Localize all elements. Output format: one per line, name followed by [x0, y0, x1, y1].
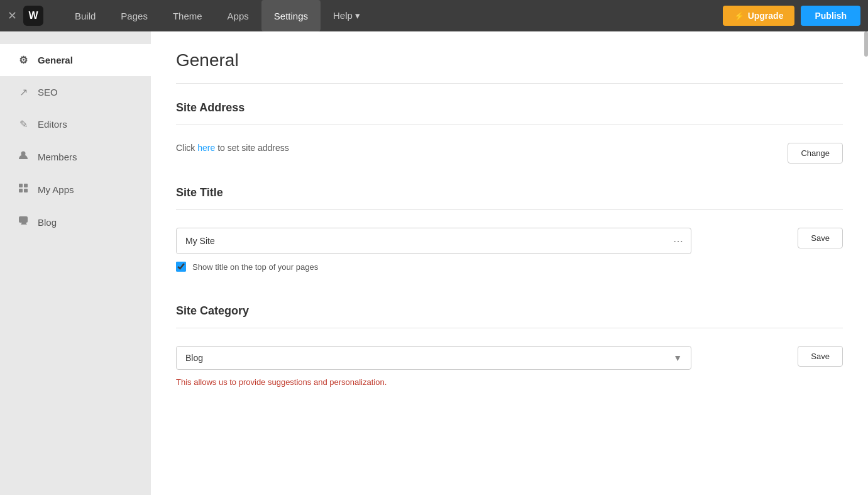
logo-letter: W: [28, 10, 38, 21]
gear-icon: ⚙: [18, 54, 29, 66]
main-layout: ⚙ General ↗ SEO ✎ Editors Members: [0, 31, 868, 495]
show-title-checkbox[interactable]: [176, 262, 186, 272]
person-icon: [18, 150, 29, 163]
svg-rect-4: [24, 189, 28, 192]
main-content: General Site Address Click here to set s…: [151, 31, 868, 495]
sidebar-label-seo: SEO: [38, 87, 58, 97]
upgrade-button[interactable]: ⚡ Upgrade: [723, 6, 795, 26]
sidebar-label-members: Members: [38, 152, 77, 162]
input-options-icon: ⋯: [666, 235, 691, 247]
publish-button[interactable]: Publish: [801, 6, 860, 26]
top-navigation: ✕ W Build Pages Theme Apps Settings Help…: [0, 0, 868, 31]
sidebar-item-editors[interactable]: ✎ Editors: [0, 108, 151, 140]
site-title-right: Save: [798, 228, 843, 248]
show-title-checkbox-row: Show title on the top of your pages: [176, 262, 785, 272]
nav-build[interactable]: Build: [62, 0, 108, 31]
site-title-section: Site Title ⋯ Show title on the top of yo…: [176, 186, 843, 282]
site-title-input-wrapper: ⋯: [176, 228, 691, 254]
site-address-row: Click here to set site address Change: [176, 143, 843, 164]
site-address-left: Click here to set site address: [176, 143, 775, 153]
close-button[interactable]: ✕: [8, 9, 17, 23]
site-address-divider: [176, 125, 843, 125]
sidebar-item-members[interactable]: Members: [0, 140, 151, 173]
site-category-save-button[interactable]: Save: [798, 346, 843, 367]
site-title-left: ⋯ Show title on the top of your pages: [176, 228, 785, 282]
change-button[interactable]: Change: [788, 143, 843, 164]
sidebar-item-blog[interactable]: Blog: [0, 206, 151, 238]
site-title-divider: [176, 209, 843, 210]
site-category-right: Save: [798, 346, 843, 367]
sidebar-label-my-apps: My Apps: [38, 184, 74, 195]
svg-rect-1: [19, 184, 23, 187]
apps-icon: [18, 183, 29, 196]
nav-pages[interactable]: Pages: [108, 0, 160, 31]
site-category-left: Blog ▼ This allows us to provide suggest…: [176, 346, 785, 387]
site-address-title: Site Address: [176, 101, 843, 114]
nav-help[interactable]: Help ▾: [321, 0, 373, 31]
show-title-label: Show title on the top of your pages: [192, 262, 318, 272]
sidebar-label-editors: Editors: [38, 119, 67, 130]
site-category-select[interactable]: Blog ▼: [176, 346, 691, 370]
site-category-value: Blog: [185, 353, 203, 363]
site-title-heading: Site Title: [176, 186, 843, 199]
site-address-link[interactable]: here: [197, 143, 215, 153]
svg-rect-3: [19, 189, 23, 192]
site-title-row: ⋯ Show title on the top of your pages Sa…: [176, 228, 843, 282]
sidebar-item-seo[interactable]: ↗ SEO: [0, 76, 151, 108]
chevron-down-icon: ▼: [673, 353, 682, 363]
site-category-heading: Site Category: [176, 304, 843, 318]
trending-icon: ↗: [18, 86, 29, 98]
sidebar-label-blog: Blog: [38, 217, 57, 228]
sidebar: ⚙ General ↗ SEO ✎ Editors Members: [0, 31, 151, 495]
nav-theme[interactable]: Theme: [160, 0, 215, 31]
site-address-text: Click here to set site address: [176, 143, 775, 153]
svg-rect-2: [24, 184, 28, 187]
site-title-input[interactable]: [177, 228, 666, 253]
logo: W: [23, 6, 43, 26]
site-address-section: Site Address Click here to set site addr…: [176, 101, 843, 164]
sidebar-label-general: General: [38, 55, 73, 65]
sidebar-item-my-apps[interactable]: My Apps: [0, 173, 151, 206]
site-title-save-button[interactable]: Save: [798, 228, 843, 248]
pencil-icon: ✎: [18, 118, 29, 130]
page-title: General: [176, 50, 843, 70]
nav-links: Build Pages Theme Apps Settings Help ▾: [62, 0, 723, 31]
category-hint: This allows us to provide suggestions an…: [176, 377, 785, 387]
topnav-actions: ⚡ Upgrade Publish: [723, 6, 860, 26]
site-category-divider: [176, 328, 843, 328]
site-address-right: Change: [788, 143, 843, 164]
scroll-indicator[interactable]: [864, 31, 868, 57]
site-category-row: Blog ▼ This allows us to provide suggest…: [176, 346, 843, 387]
sidebar-item-general[interactable]: ⚙ General: [0, 44, 151, 76]
svg-rect-5: [19, 216, 28, 223]
site-category-section: Site Category Blog ▼ This allows us to p…: [176, 304, 843, 387]
title-divider: [176, 83, 843, 84]
lightning-icon: ⚡: [734, 11, 744, 21]
chat-icon: [18, 216, 29, 228]
nav-apps[interactable]: Apps: [215, 0, 261, 31]
nav-settings[interactable]: Settings: [261, 0, 321, 31]
